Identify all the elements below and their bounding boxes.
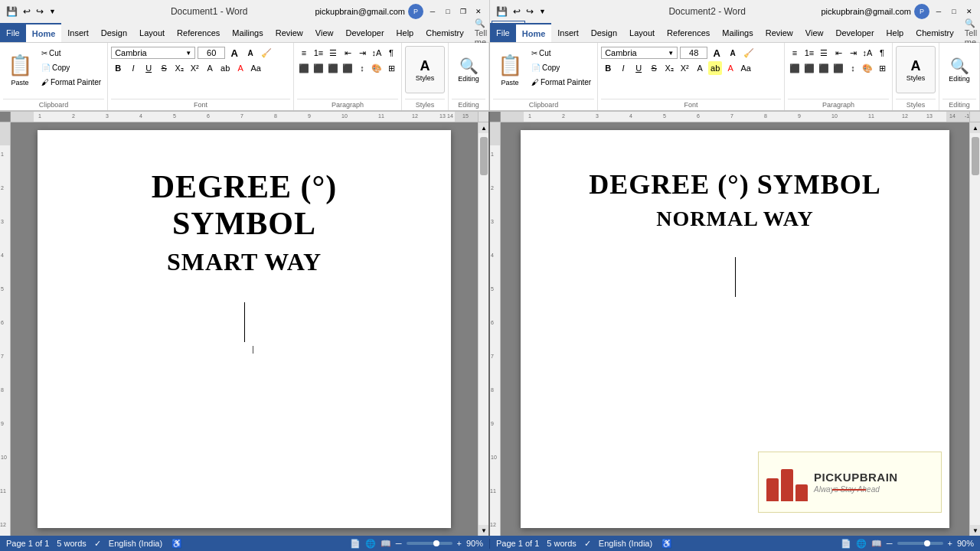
left-grow-font-btn[interactable]: A	[227, 46, 241, 60]
left-tab-review[interactable]: Review	[270, 23, 309, 42]
right-font-size-box[interactable]: 48	[680, 47, 707, 59]
right-decrease-indent-btn[interactable]: ⇤	[831, 46, 845, 60]
right-change-case-btn[interactable]: Aa	[739, 61, 753, 75]
right-tab-review[interactable]: Review	[760, 23, 799, 42]
right-bullets-btn[interactable]: ≡	[788, 46, 802, 60]
left-scroll-thumb[interactable]	[480, 137, 488, 175]
left-minimize-btn[interactable]: ─	[426, 5, 439, 18]
left-decrease-indent-btn[interactable]: ⇤	[341, 46, 354, 60]
right-tab-mailings[interactable]: Mailings	[716, 23, 759, 42]
right-sort-btn[interactable]: ↕A	[861, 46, 874, 60]
left-text-highlight-btn[interactable]: ab	[218, 61, 232, 75]
right-scroll-down-btn[interactable]: ▼	[970, 525, 980, 536]
left-accessibility-icon[interactable]: ♿	[172, 539, 182, 549]
right-align-right-btn[interactable]: ⬛	[817, 61, 831, 75]
left-tab-view[interactable]: View	[309, 23, 340, 42]
right-editing-btn[interactable]: 🔍 Editing	[942, 46, 976, 93]
left-shading-btn[interactable]: 🎨	[370, 61, 384, 75]
format-painter-btn[interactable]: 🖌Format Painter	[38, 75, 104, 89]
right-zoom-thumb[interactable]	[924, 540, 930, 546]
right-tab-home[interactable]: Home	[516, 23, 552, 42]
right-multilevel-btn[interactable]: ☰	[817, 46, 831, 60]
left-tab-references[interactable]: References	[171, 23, 226, 42]
left-align-center-btn[interactable]: ⬛	[312, 61, 325, 75]
left-paste-btn[interactable]: 📋 Paste	[3, 46, 37, 93]
right-save-icon[interactable]: 💾	[495, 5, 509, 18]
left-tab-mailings[interactable]: Mailings	[226, 23, 269, 42]
right-view-print-btn[interactable]: 📄	[841, 539, 851, 549]
right-numbering-btn[interactable]: 1≡	[802, 46, 816, 60]
left-justify-btn[interactable]: ⬛	[341, 61, 354, 75]
right-align-left-btn[interactable]: ⬛	[788, 61, 802, 75]
right-accessibility-icon[interactable]: ♿	[662, 539, 672, 549]
right-copy-btn[interactable]: 📄Copy	[528, 60, 594, 74]
right-justify-btn[interactable]: ⬛	[831, 61, 845, 75]
right-scrollbar[interactable]: ▲ ▼	[969, 122, 980, 536]
left-sort-btn[interactable]: ↕A	[370, 46, 384, 60]
right-cut-btn[interactable]: ✂Cut	[528, 46, 594, 60]
left-font-selector[interactable]: Cambria ▼	[111, 47, 195, 59]
right-zoom-out-btn[interactable]: ─	[887, 539, 893, 548]
right-clear-format-btn[interactable]: 🧹	[742, 46, 756, 60]
left-zoom-thumb[interactable]	[433, 540, 439, 546]
right-show-marks-btn[interactable]: ¶	[875, 46, 889, 60]
right-maximize-btn[interactable]: □	[948, 5, 960, 18]
right-view-read-btn[interactable]: 📖	[871, 539, 882, 549]
right-tab-chemistry[interactable]: Chemistry	[910, 23, 960, 42]
left-scroll-down-btn[interactable]: ▼	[479, 525, 488, 536]
left-superscript-btn[interactable]: X²	[188, 61, 201, 75]
right-zoom-slider[interactable]	[897, 542, 943, 545]
left-tab-layout[interactable]: Layout	[133, 23, 171, 42]
left-borders-btn[interactable]: ⊞	[384, 61, 398, 75]
right-minimize-btn[interactable]: ─	[933, 5, 945, 18]
right-paste-btn[interactable]: 📋 Paste	[493, 46, 527, 93]
left-tab-insert[interactable]: Insert	[61, 23, 95, 42]
cut-btn[interactable]: ✂Cut	[38, 46, 104, 60]
right-customize-icon[interactable]: ▼	[537, 6, 547, 17]
right-tab-design[interactable]: Design	[585, 23, 623, 42]
left-numbering-btn[interactable]: 1≡	[312, 46, 325, 60]
right-scroll-thumb[interactable]	[972, 137, 979, 175]
left-zoom-out-btn[interactable]: ─	[396, 539, 402, 548]
right-format-painter-btn[interactable]: 🖌Format Painter	[528, 75, 594, 89]
right-increase-indent-btn[interactable]: ⇥	[846, 46, 860, 60]
left-tab-file[interactable]: File	[0, 23, 26, 42]
right-undo-icon[interactable]: ↩	[511, 5, 522, 18]
left-clear-format-btn[interactable]: 🧹	[260, 46, 273, 60]
right-underline-btn[interactable]: U	[632, 61, 645, 75]
left-shrink-font-btn[interactable]: A	[243, 46, 257, 60]
undo-icon[interactable]: ↩	[21, 5, 32, 18]
left-show-marks-btn[interactable]: ¶	[384, 46, 398, 60]
right-text-effects-btn[interactable]: A	[693, 61, 707, 75]
right-superscript-btn[interactable]: X²	[678, 61, 691, 75]
left-tab-chemistry[interactable]: Chemistry	[420, 23, 470, 42]
left-subscript-btn[interactable]: X₂	[172, 61, 186, 75]
left-restore-btn[interactable]: ❐	[457, 5, 469, 18]
left-tab-developer[interactable]: Developer	[339, 23, 390, 42]
left-tab-help[interactable]: Help	[390, 23, 420, 42]
right-tab-references[interactable]: References	[661, 23, 716, 42]
left-italic-btn[interactable]: I	[126, 61, 140, 75]
left-increase-indent-btn[interactable]: ⇥	[355, 46, 369, 60]
left-strikethrough-btn[interactable]: S	[157, 61, 171, 75]
left-align-left-btn[interactable]: ⬛	[297, 61, 311, 75]
save-icon[interactable]: 💾	[5, 5, 19, 18]
left-view-read-btn[interactable]: 📖	[381, 539, 391, 549]
left-text-effects-btn[interactable]: A	[203, 61, 217, 75]
left-scrollbar[interactable]: ▲ ▼	[478, 122, 488, 536]
right-strikethrough-btn[interactable]: S	[647, 61, 661, 75]
left-font-color-btn[interactable]: A	[234, 61, 247, 75]
right-font-selector[interactable]: Cambria ▼	[601, 47, 678, 59]
left-tab-home[interactable]: Home	[26, 23, 62, 42]
left-underline-btn[interactable]: U	[142, 61, 155, 75]
right-line-spacing-btn[interactable]: ↕	[846, 61, 860, 75]
left-zoom-in-btn[interactable]: +	[457, 539, 462, 548]
right-align-center-btn[interactable]: ⬛	[802, 61, 816, 75]
right-tab-file[interactable]: File	[490, 23, 516, 42]
right-text-highlight-btn[interactable]: ab	[708, 61, 722, 75]
right-styles-btn[interactable]: A Styles	[896, 46, 936, 93]
right-bold-btn[interactable]: B	[601, 61, 615, 75]
right-tab-developer[interactable]: Developer	[829, 23, 880, 42]
right-tab-layout[interactable]: Layout	[623, 23, 661, 42]
left-change-case-btn[interactable]: Aa	[249, 61, 263, 75]
